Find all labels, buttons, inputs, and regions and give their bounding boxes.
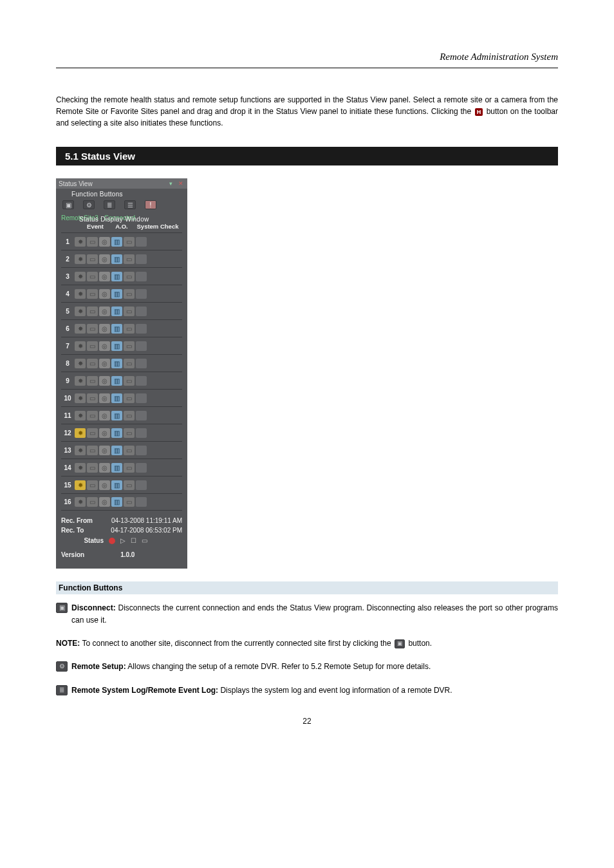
intro-pre: Checking the remote health status and re… [56, 95, 558, 116]
sys-check-icon: ▭ [123, 337, 135, 354]
row-index: 12 [61, 424, 74, 441]
table-row: 13✸▭◎▥▭ [61, 441, 182, 458]
alarm-out-icon: ▥ [111, 459, 123, 476]
alarm-out-icon: ▥ [111, 372, 123, 389]
motion-icon: ✸ [74, 355, 86, 372]
row-index: 3 [61, 268, 74, 285]
alarm-in-icon: ▭ [86, 390, 98, 406]
status-rows: 1✸▭◎▥▭2✸▭◎▥▭3✸▭◎▥▭4✸▭◎▥▭5✸▭◎▥▭6✸▭◎▥▭7✸▭◎… [56, 232, 187, 511]
doc-title: Remote Administration System [56, 52, 558, 62]
version-label: Version [61, 551, 84, 558]
sys-check-icon: ▭ [123, 285, 135, 302]
sys-check2-icon [135, 268, 147, 285]
sys-check-icon: ▭ [123, 459, 135, 476]
alarm-out-icon: ▥ [111, 303, 123, 319]
sys-check-icon: ▭ [123, 390, 135, 406]
fb-remote-log-head: Remote System Log/Remote Event Log: [71, 686, 218, 695]
archive-status-icon: ☐ [131, 537, 136, 544]
intro-paragraph: Checking the remote health status and re… [56, 94, 558, 129]
alarm-out-icon: ▥ [111, 355, 123, 372]
motion-icon: ✸ [74, 268, 86, 285]
alarm-in-icon: ▭ [86, 268, 98, 285]
sys-check2-icon [135, 407, 147, 424]
title-rule [56, 68, 558, 68]
sys-check-icon: ▭ [123, 372, 135, 389]
disconnect-button[interactable]: ▣ [62, 200, 74, 209]
sys-check2-icon [135, 233, 147, 250]
motion-icon: ✸ [74, 303, 86, 319]
panic-record-button[interactable]: ! [145, 200, 156, 209]
sys-check2-icon [135, 285, 147, 302]
table-row: 2✸▭◎▥▭ [61, 250, 182, 267]
sys-check2-icon [135, 337, 147, 354]
remote-setup-icon: ⚙ [56, 661, 68, 672]
motion-icon: ✸ [74, 250, 86, 267]
alarm-in-icon: ▭ [86, 424, 98, 441]
disconnect-icon: ▣ [56, 603, 68, 613]
row-index: 10 [61, 390, 74, 406]
rec-to-label: Rec. To [61, 527, 84, 534]
alarm-out-icon: ▥ [111, 424, 123, 441]
motion-icon: ✸ [74, 233, 86, 250]
remote-log-button[interactable]: ≣ [104, 200, 115, 209]
version-value: 1.0.0 [120, 551, 135, 558]
object-icon: ◎ [98, 320, 111, 337]
table-row: 15✸▭◎▥▭ [61, 476, 182, 493]
table-row: 9✸▭◎▥▭ [61, 372, 182, 389]
alarm-out-icon: ▥ [111, 320, 123, 337]
pin-icon[interactable]: ▾ [167, 180, 174, 187]
table-row: 14✸▭◎▥▭ [61, 458, 182, 476]
clip-copy-status-icon: ▭ [142, 537, 147, 544]
motion-icon: ✸ [74, 390, 86, 406]
col-ao: A.O. [113, 223, 131, 230]
section-heading: 5.1 Status View [56, 147, 558, 165]
page-number: 22 [56, 717, 558, 726]
alarm-in-icon: ▭ [86, 303, 98, 319]
fb-remote-setup-tail: for more details. [375, 662, 431, 671]
motion-icon: ✸ [74, 337, 86, 354]
note-post: button. [408, 639, 432, 648]
alarm-out-icon: ▥ [111, 337, 123, 354]
row-index: 15 [61, 476, 74, 493]
sys-check2-icon [135, 424, 147, 441]
disconnect-icon-inline: ▣ [395, 639, 405, 648]
close-icon[interactable]: ✕ [177, 180, 185, 187]
sys-check2-icon [135, 442, 147, 458]
alarm-in-icon: ▭ [86, 372, 98, 389]
record-status-icon [109, 538, 115, 544]
table-row: 1✸▭◎▥▭ [61, 232, 182, 250]
disconnect-note: NOTE: To connect to another site, discon… [56, 637, 558, 649]
motion-icon: ✸ [74, 424, 86, 441]
alarm-out-icon: ▥ [111, 476, 123, 493]
row-index: 16 [61, 494, 74, 510]
sys-check-icon: ▭ [123, 233, 135, 250]
remote-event-log-button[interactable]: ☰ [124, 200, 136, 209]
sys-check2-icon [135, 250, 147, 267]
table-row: 7✸▭◎▥▭ [61, 337, 182, 354]
table-row: 5✸▭◎▥▭ [61, 302, 182, 319]
alarm-in-icon: ▭ [86, 459, 98, 476]
alarm-in-icon: ▭ [86, 337, 98, 354]
sys-check2-icon [135, 459, 147, 476]
status-view-titlebar: Status View ▾ ✕ [56, 178, 187, 189]
alarm-in-icon: ▭ [86, 233, 98, 250]
row-index: 6 [61, 320, 74, 337]
rec-from-label: Rec. From [61, 517, 93, 524]
rec-from-value: 04-13-2008 11:19:11 AM [111, 517, 182, 524]
object-icon: ◎ [98, 407, 111, 424]
row-index: 2 [61, 250, 74, 267]
fb-disconnect-body: Disconnects the current connection and e… [71, 603, 558, 625]
alarm-out-icon: ▥ [111, 494, 123, 510]
fb-remote-setup-head: Remote Setup: [71, 662, 126, 671]
object-icon: ◎ [98, 337, 111, 354]
function-buttons-heading: Function Buttons [56, 581, 558, 594]
sys-check2-icon [135, 390, 147, 406]
row-index: 7 [61, 337, 74, 354]
remote-setup-button[interactable]: ⚙ [83, 200, 95, 209]
alarm-out-icon: ▥ [111, 268, 123, 285]
table-row: 10✸▭◎▥▭ [61, 389, 182, 406]
fb-remote-setup-body: Allows changing the setup of a remote DV… [127, 662, 311, 671]
col-system-check: System Check [132, 223, 183, 230]
status-view-title: Status View [59, 180, 93, 187]
motion-icon: ✸ [74, 407, 86, 424]
